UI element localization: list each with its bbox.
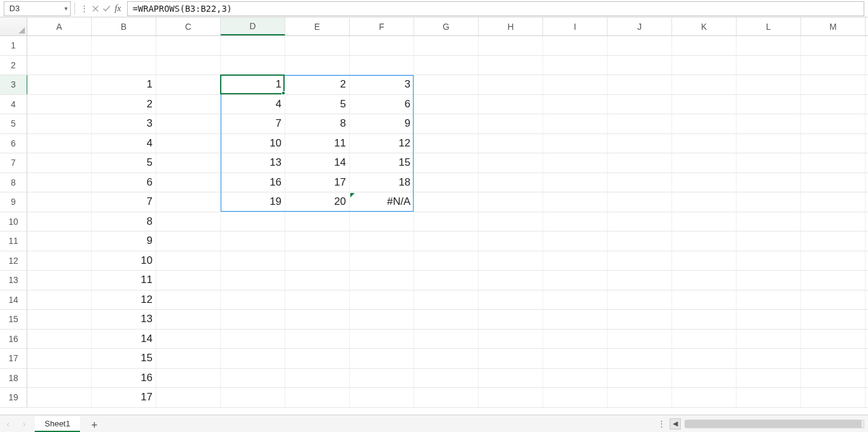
cell-E19[interactable] xyxy=(285,388,350,407)
cell-E11[interactable] xyxy=(285,232,350,251)
cell-J1[interactable] xyxy=(608,36,672,55)
cell-B17[interactable]: 15 xyxy=(92,349,156,368)
cell-H3[interactable] xyxy=(479,75,543,94)
row-header-13[interactable]: 13 xyxy=(0,271,27,290)
cell-K4[interactable] xyxy=(672,95,737,114)
cell-I10[interactable] xyxy=(543,212,608,232)
cell-B1[interactable] xyxy=(92,36,156,55)
cell-A13[interactable] xyxy=(27,271,92,290)
cell-E15[interactable] xyxy=(285,310,350,329)
row-header-10[interactable]: 10 xyxy=(0,212,27,232)
cell-E6[interactable]: 11 xyxy=(285,134,350,153)
cell-H19[interactable] xyxy=(479,388,543,407)
cell-D17[interactable] xyxy=(221,349,285,368)
cell-M4[interactable] xyxy=(801,95,866,114)
scroll-left-button[interactable]: ◀ xyxy=(670,418,681,430)
cell-M18[interactable] xyxy=(801,369,866,388)
cell-B19[interactable]: 17 xyxy=(92,388,156,407)
cell-I13[interactable] xyxy=(543,271,608,290)
tab-nav-next[interactable]: › xyxy=(16,419,32,429)
cell-A14[interactable] xyxy=(27,290,92,310)
cell-H9[interactable] xyxy=(479,192,543,212)
cell-D11[interactable] xyxy=(221,232,285,251)
cell-L12[interactable] xyxy=(737,251,801,271)
cell-B15[interactable]: 13 xyxy=(92,310,156,329)
cell-M14[interactable] xyxy=(801,290,866,310)
cell-J11[interactable] xyxy=(608,232,672,251)
cell-F18[interactable] xyxy=(350,369,414,388)
column-header-G[interactable]: G xyxy=(414,17,479,35)
cell-C4[interactable] xyxy=(156,95,221,114)
cell-E16[interactable] xyxy=(285,330,350,349)
cell-A2[interactable] xyxy=(27,56,92,75)
cell-D6[interactable]: 10 xyxy=(221,134,285,153)
cell-A8[interactable] xyxy=(27,173,92,192)
cell-M17[interactable] xyxy=(801,349,866,368)
cell-I14[interactable] xyxy=(543,290,608,310)
cell-L6[interactable] xyxy=(737,134,801,153)
cell-J12[interactable] xyxy=(608,251,672,271)
cell-E13[interactable] xyxy=(285,271,350,290)
cell-E8[interactable]: 17 xyxy=(285,173,350,192)
cell-F15[interactable] xyxy=(350,310,414,329)
cell-E4[interactable]: 5 xyxy=(285,95,350,114)
cell-C9[interactable] xyxy=(156,192,221,212)
cell-A10[interactable] xyxy=(27,212,92,232)
column-header-C[interactable]: C xyxy=(156,17,221,35)
cell-H15[interactable] xyxy=(479,310,543,329)
cell-H6[interactable] xyxy=(479,134,543,153)
kebab-icon[interactable]: ⋮ xyxy=(79,4,90,14)
cell-L8[interactable] xyxy=(737,173,801,192)
cell-J17[interactable] xyxy=(608,349,672,368)
cell-D7[interactable]: 13 xyxy=(221,153,285,173)
cell-L11[interactable] xyxy=(737,232,801,251)
cell-B4[interactable]: 2 xyxy=(92,95,156,114)
cell-J2[interactable] xyxy=(608,56,672,75)
cell-B6[interactable]: 4 xyxy=(92,134,156,153)
cell-M16[interactable] xyxy=(801,330,866,349)
formula-input[interactable] xyxy=(131,3,860,14)
cell-C1[interactable] xyxy=(156,36,221,55)
cell-L14[interactable] xyxy=(737,290,801,310)
cell-M10[interactable] xyxy=(801,212,866,232)
column-header-B[interactable]: B xyxy=(92,17,156,35)
cell-L3[interactable] xyxy=(737,75,801,94)
cell-L4[interactable] xyxy=(737,95,801,114)
cell-K11[interactable] xyxy=(672,232,737,251)
cell-A7[interactable] xyxy=(27,153,92,173)
name-box[interactable]: D3 ▾ xyxy=(4,1,71,16)
cell-M11[interactable] xyxy=(801,232,866,251)
cell-M9[interactable] xyxy=(801,192,866,212)
row-header-3[interactable]: 3 xyxy=(0,75,27,94)
cell-M7[interactable] xyxy=(801,153,866,173)
cell-H5[interactable] xyxy=(479,114,543,133)
cell-M12[interactable] xyxy=(801,251,866,271)
kebab-icon[interactable]: ⋮ xyxy=(658,420,666,428)
cell-G6[interactable] xyxy=(414,134,479,153)
cell-C8[interactable] xyxy=(156,173,221,192)
cell-F16[interactable] xyxy=(350,330,414,349)
cell-K6[interactable] xyxy=(672,134,737,153)
column-header-F[interactable]: F xyxy=(350,17,414,35)
cell-I15[interactable] xyxy=(543,310,608,329)
cell-D8[interactable]: 16 xyxy=(221,173,285,192)
cell-K13[interactable] xyxy=(672,271,737,290)
cell-A15[interactable] xyxy=(27,310,92,329)
cell-L15[interactable] xyxy=(737,310,801,329)
cell-M6[interactable] xyxy=(801,134,866,153)
cell-J18[interactable] xyxy=(608,369,672,388)
cell-J7[interactable] xyxy=(608,153,672,173)
cell-J10[interactable] xyxy=(608,212,672,232)
cell-J9[interactable] xyxy=(608,192,672,212)
cell-F11[interactable] xyxy=(350,232,414,251)
cell-J6[interactable] xyxy=(608,134,672,153)
cell-J15[interactable] xyxy=(608,310,672,329)
cell-L5[interactable] xyxy=(737,114,801,133)
cell-A17[interactable] xyxy=(27,349,92,368)
cell-H7[interactable] xyxy=(479,153,543,173)
cell-I1[interactable] xyxy=(543,36,608,55)
tab-nav-prev[interactable]: ‹ xyxy=(0,419,16,429)
cell-C17[interactable] xyxy=(156,349,221,368)
cell-H1[interactable] xyxy=(479,36,543,55)
cell-G1[interactable] xyxy=(414,36,479,55)
